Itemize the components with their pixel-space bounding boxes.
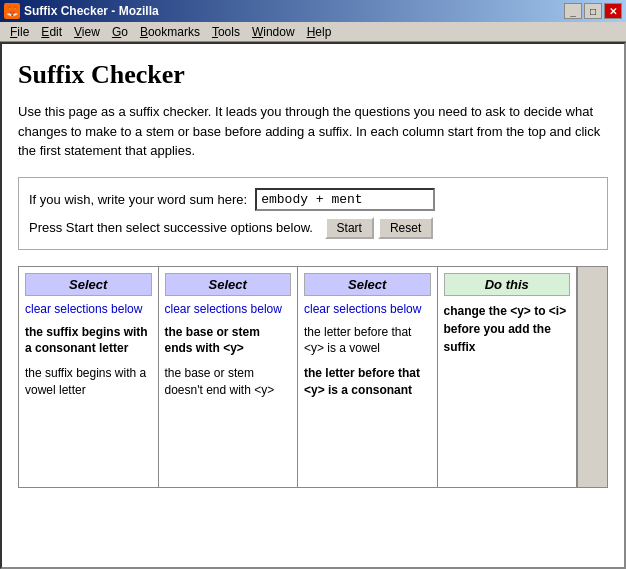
menu-view[interactable]: View xyxy=(68,24,106,40)
page-title: Suffix Checker xyxy=(18,60,608,90)
close-button[interactable]: ✕ xyxy=(604,3,622,19)
col-1-item-2[interactable]: the suffix begins with a vowel letter xyxy=(25,365,152,399)
columns-section: Select clear selections below the suffix… xyxy=(18,266,608,488)
menu-file[interactable]: File xyxy=(4,24,35,40)
column-2: Select clear selections below the base o… xyxy=(159,267,299,487)
browser-content: Suffix Checker Use this page as a suffix… xyxy=(0,42,626,569)
title-bar-buttons: _ □ ✕ xyxy=(564,3,622,19)
word-input[interactable] xyxy=(255,188,435,211)
menu-bookmarks[interactable]: Bookmarks xyxy=(134,24,206,40)
menu-help[interactable]: Help xyxy=(301,24,338,40)
col-3-clear[interactable]: clear selections below xyxy=(304,302,431,316)
col-1-header: Select xyxy=(25,273,152,296)
col-3-item-2[interactable]: the letter before that <y> is a consonan… xyxy=(304,365,431,399)
word-label: If you wish, write your word sum here: xyxy=(29,192,247,207)
maximize-button[interactable]: □ xyxy=(584,3,602,19)
col-1-item-1[interactable]: the suffix begins with a consonant lette… xyxy=(25,324,152,358)
app-icon: 🦊 xyxy=(4,3,20,19)
button-row: Press Start then select successive optio… xyxy=(29,217,597,239)
page-description: Use this page as a suffix checker. It le… xyxy=(18,102,608,161)
col-2-clear[interactable]: clear selections below xyxy=(165,302,292,316)
extra-column xyxy=(577,267,607,487)
column-3: Select clear selections below the letter… xyxy=(298,267,438,487)
col-1-clear[interactable]: clear selections below xyxy=(25,302,152,316)
col-4-header: Do this xyxy=(444,273,571,296)
menu-edit[interactable]: Edit xyxy=(35,24,68,40)
minimize-button[interactable]: _ xyxy=(564,3,582,19)
menu-bar: File Edit View Go Bookmarks Tools Window… xyxy=(0,22,626,42)
title-bar-left: 🦊 Suffix Checker - Mozilla xyxy=(4,3,159,19)
form-section: If you wish, write your word sum here: P… xyxy=(18,177,608,250)
menu-window[interactable]: Window xyxy=(246,24,301,40)
col-2-item-1[interactable]: the base or stem ends with <y> xyxy=(165,324,292,358)
word-row: If you wish, write your word sum here: xyxy=(29,188,597,211)
col-3-item-1[interactable]: the letter before that <y> is a vowel xyxy=(304,324,431,358)
window-title: Suffix Checker - Mozilla xyxy=(24,4,159,18)
start-button[interactable]: Start xyxy=(325,217,374,239)
col-2-header: Select xyxy=(165,273,292,296)
instruction-label: Press Start then select successive optio… xyxy=(29,220,313,235)
title-bar: 🦊 Suffix Checker - Mozilla _ □ ✕ xyxy=(0,0,626,22)
col-2-item-2[interactable]: the base or stem doesn't end with <y> xyxy=(165,365,292,399)
menu-go[interactable]: Go xyxy=(106,24,134,40)
col-3-header: Select xyxy=(304,273,431,296)
column-1: Select clear selections below the suffix… xyxy=(19,267,159,487)
reset-button[interactable]: Reset xyxy=(378,217,433,239)
column-4: Do this change the <y> to <i> before you… xyxy=(438,267,578,487)
menu-tools[interactable]: Tools xyxy=(206,24,246,40)
do-this-content: change the <y> to <i> before you add the… xyxy=(444,302,571,356)
